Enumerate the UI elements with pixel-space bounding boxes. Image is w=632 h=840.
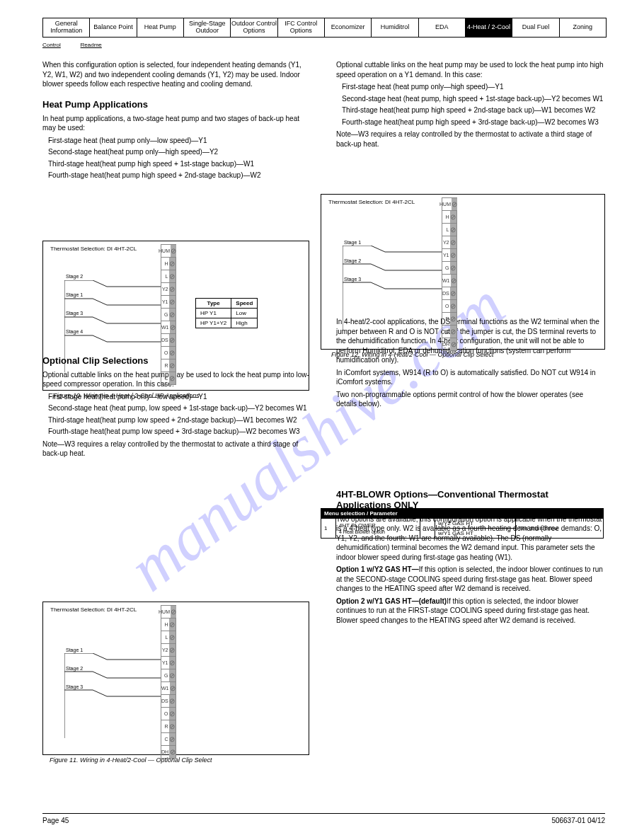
fig10-lbl-s1: Stage 1 (66, 292, 83, 297)
figure-10: Thermostat Selection: DI 4HT-2CL HUM⊘ H⊘… (42, 241, 309, 391)
footer-page: Page 45 (42, 817, 69, 824)
left-b2d: Fourth-stage heat(heat pump low speed + … (48, 427, 311, 437)
right-b1a: First-stage heat (heat pump only—high sp… (342, 82, 605, 92)
right-p4: Two non-programmable options permit cont… (336, 390, 605, 409)
tab-economizer[interactable]: Economizer (325, 18, 372, 37)
tab-humiditrol[interactable]: Humiditrol (372, 18, 418, 37)
footer-doc: 506637-01 04/12 (551, 817, 605, 824)
tab-sublinks: Control Readme (42, 40, 120, 48)
left-b1c: Third-stage heat(heat pump high speed + … (48, 159, 311, 169)
right-b1d: Fourth-stage heat(heat pump high speed +… (342, 117, 605, 127)
fig11-lbl-s2: Stage 2 (66, 666, 83, 671)
tab-ifc-control-options[interactable]: IFC Control Options (278, 18, 325, 37)
tab-outdoor-control-options[interactable]: Outdoor Control Options (231, 18, 277, 37)
tab-heat-pump[interactable]: Heat Pump (137, 18, 184, 37)
fig11-caption: Figure 11. Wiring in 4-Heat/2-Cool — Opt… (50, 756, 212, 764)
tab-general-information[interactable]: General Information (43, 18, 90, 37)
config-table: Menu selection / Parameter 1 4HT BLOWER4… (321, 508, 604, 539)
tab-dual-fuel[interactable]: Dual Fuel (512, 18, 559, 37)
fig10-lbl-s2: Stage 2 (66, 274, 83, 279)
tab-eda[interactable]: EDA (419, 18, 466, 37)
tab-4heat-2cool[interactable]: 4-Heat / 2-Cool (466, 18, 512, 37)
right-note1: Note—W3 requires a relay controlled by t… (336, 130, 605, 149)
fig12-lbl-s1: Stage 1 (344, 240, 361, 245)
figure-11: Thermostat Selection: DI 4HT-2CL HUM⊘ H⊘… (42, 602, 309, 755)
fig10-table: TypeSpeed HP Y1Low HP Y1+Y2High (195, 298, 258, 328)
fig11-lbl-s3: Stage 3 (66, 684, 83, 689)
fig10-lbl-s3: Stage 3 (66, 311, 83, 316)
tab-balance-point[interactable]: Balance Point (90, 18, 137, 37)
fig11-lbl-s1: Stage 1 (66, 648, 83, 652)
left-b2c: Third-stage heat(heat pump low speed + 2… (48, 415, 311, 425)
tab-single-stage-outdoor[interactable]: Single-Stage Outdoor (184, 18, 231, 37)
sublink-control[interactable]: Control (42, 42, 61, 48)
right-opt2: Option 2 w/Y1 GAS HT—(default)If this op… (336, 597, 605, 626)
fig10-topnote: Thermostat Selection: DI 4HT-2CL (50, 246, 137, 252)
right-intro: Optional cuttable links on the heat pump… (336, 60, 605, 79)
left-b1a: First-stage heat (heat pump only—low spe… (48, 136, 311, 146)
nav-tabs: General Information Balance Point Heat P… (42, 18, 607, 38)
fig12-lbl-s2: Stage 2 (344, 258, 361, 263)
right-p3: In iComfort systems, W914 (R to O) is au… (336, 368, 605, 387)
left-intro: When this configuration option is select… (42, 60, 311, 89)
right-heading-blower: 4HT-BLOWR Options—Conventional Thermosta… (336, 489, 605, 510)
left-hp-desc: In heat pump applications, a two-stage h… (42, 114, 311, 133)
fig11-topnote: Thermostat Selection: DI 4HT-2CL (50, 606, 137, 613)
fig10-lbl-s4: Stage 4 (66, 329, 83, 334)
left-b1d: Fourth-stage heat(heat pump high speed +… (48, 171, 311, 180)
page-footer: Page 45 506637-01 04/12 (42, 813, 605, 824)
right-b1b: Second-stage heat (heat pump, high speed… (342, 94, 605, 104)
fig12-lbl-s3: Stage 3 (344, 277, 361, 282)
right-opt1: Option 1 w/Y2 GAS HT—If this option is s… (336, 565, 605, 594)
fig12-caption: Figure 12. Wiring in 4-Heat/2-Cool — Opt… (331, 351, 494, 358)
left-b1b: Second-stage heat(heat pump only—high sp… (48, 147, 311, 157)
tab-zoning[interactable]: Zoning (560, 18, 606, 37)
fig12-topnote: Thermostat Selection: DI 4HT-2CL (328, 199, 415, 205)
right-b1c: Third-stage heat(heat pump high speed + … (342, 105, 605, 115)
left-heading-hp-apps: Heat Pump Applications (42, 99, 311, 110)
sublink-readme[interactable]: Readme (81, 42, 102, 48)
fig10-caption: Figure 10. Wiring in 4-Heat / 2-Cool HP … (53, 392, 200, 399)
left-note1: Note—W3 requires a relay controlled by t… (42, 439, 311, 459)
left-b2b: Second-stage heat (heat pump, low speed … (48, 403, 311, 413)
figure-12: Thermostat Selection: DI 4HT-2CL HUM⊘ H⊘… (321, 194, 605, 350)
